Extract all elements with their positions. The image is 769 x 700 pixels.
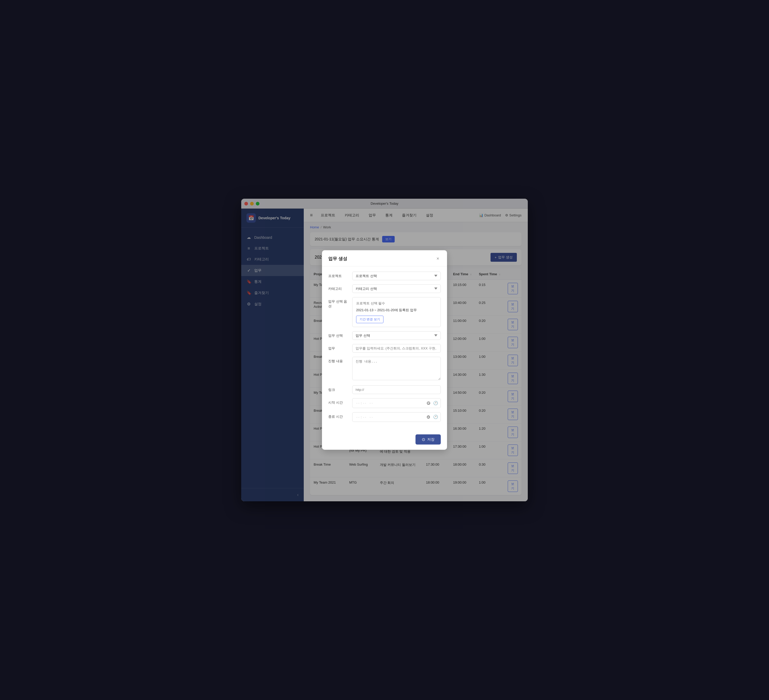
period-change-button[interactable]: 기간 변경 보기 — [356, 316, 383, 323]
clock-icon: 🕐 — [433, 401, 438, 405]
save-button[interactable]: ⊙ 저장 — [415, 434, 441, 445]
start-time-row: 시작 시간 🕐 — [328, 398, 441, 408]
end-time-input[interactable] — [352, 412, 441, 422]
app-window: Developer's Today 📅 Developer's Today ☁ … — [241, 199, 528, 501]
task-select-label: 업무 선택 — [328, 331, 349, 338]
task-select-wrap: 업무 선택 — [352, 331, 441, 340]
category-label: 카테고리 — [328, 284, 349, 291]
task-input-row: 업무 — [328, 344, 441, 353]
project-label: 프로젝트 — [328, 271, 349, 278]
category-field-row: 카테고리 카테고리 선택 — [328, 284, 441, 293]
modal-overlay[interactable]: 업무 생성 × 프로젝트 프로젝트 선택 카테고리 — [241, 199, 528, 501]
progress-wrap — [352, 357, 441, 381]
project-select-wrap: 프로젝트 선택 — [352, 271, 441, 280]
task-option-box: 프로젝트 선택 필수 2021-01-13 ~ 2021-01-20에 등록된 … — [352, 297, 441, 327]
task-input-wrap — [352, 344, 441, 353]
category-select-wrap: 카테고리 선택 — [352, 284, 441, 293]
end-time-row: 종료 시간 🕐 — [328, 412, 441, 422]
task-option-row: 업무 선택 옵션 프로젝트 선택 필수 2021-01-13 ~ 2021-01… — [328, 297, 441, 327]
progress-textarea[interactable] — [352, 357, 441, 380]
task-option-date: 2021-01-13 ~ 2021-01-20에 등록된 업무 — [356, 308, 437, 313]
modal-title: 업무 생성 — [328, 256, 347, 262]
link-row: 링크 — [328, 385, 441, 394]
link-wrap — [352, 385, 441, 394]
link-input[interactable] — [352, 385, 441, 394]
start-time-label: 시작 시간 — [328, 398, 349, 405]
task-select-row: 업무 선택 업무 선택 — [328, 331, 441, 340]
end-time-label: 종료 시간 — [328, 412, 349, 419]
task-create-modal: 업무 생성 × 프로젝트 프로젝트 선택 카테고리 — [322, 250, 447, 450]
modal-body: 프로젝트 프로젝트 선택 카테고리 카테고리 선택 — [322, 267, 447, 431]
start-time-input[interactable] — [352, 398, 441, 408]
task-input-label: 업무 — [328, 344, 349, 351]
start-time-wrap: 🕐 — [352, 398, 441, 408]
task-select[interactable]: 업무 선택 — [352, 331, 441, 340]
category-select[interactable]: 카테고리 선택 — [352, 284, 441, 293]
task-option-required: 프로젝트 선택 필수 — [356, 301, 437, 306]
project-field-row: 프로젝트 프로젝트 선택 — [328, 271, 441, 280]
task-option-box-wrap: 프로젝트 선택 필수 2021-01-13 ~ 2021-01-20에 등록된 … — [352, 297, 441, 327]
modal-footer: ⊙ 저장 — [322, 431, 447, 450]
project-select[interactable]: 프로젝트 선택 — [352, 271, 441, 280]
end-time-wrap: 🕐 — [352, 412, 441, 422]
modal-close-button[interactable]: × — [435, 255, 441, 262]
task-option-label: 업무 선택 옵션 — [328, 297, 349, 308]
task-input[interactable] — [352, 344, 441, 353]
start-time-input-wrap: 🕐 — [352, 398, 441, 408]
clock-icon-2: 🕐 — [433, 414, 438, 419]
save-icon: ⊙ — [422, 437, 425, 442]
link-label: 링크 — [328, 385, 349, 392]
modal-header: 업무 생성 × — [322, 250, 447, 267]
progress-label: 진행 내용 — [328, 357, 349, 364]
progress-row: 진행 내용 — [328, 357, 441, 381]
end-time-input-wrap: 🕐 — [352, 412, 441, 422]
